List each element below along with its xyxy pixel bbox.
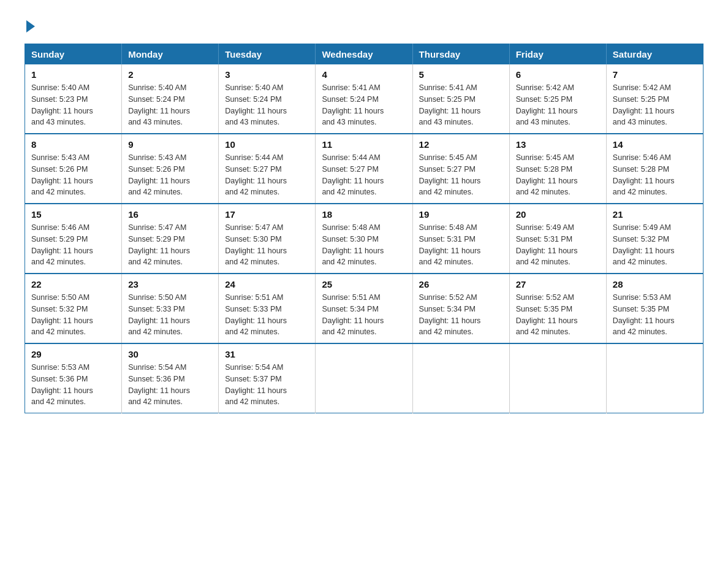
day-info: Sunrise: 5:42 AM Sunset: 5:25 PM Dayligh… [613,82,697,128]
day-number: 2 [128,69,212,80]
calendar-cell: 26 Sunrise: 5:52 AM Sunset: 5:34 PM Dayl… [412,274,509,343]
header-thursday: Thursday [412,44,509,65]
day-info: Sunrise: 5:47 AM Sunset: 5:29 PM Dayligh… [128,222,212,268]
week-row-1: 1 Sunrise: 5:40 AM Sunset: 5:23 PM Dayli… [25,64,703,134]
week-row-4: 22 Sunrise: 5:50 AM Sunset: 5:32 PM Dayl… [25,274,703,343]
week-row-2: 8 Sunrise: 5:43 AM Sunset: 5:26 PM Dayli… [25,134,703,204]
day-number: 18 [322,209,406,220]
calendar-cell: 21 Sunrise: 5:49 AM Sunset: 5:32 PM Dayl… [606,204,703,274]
logo-arrow-icon [26,20,35,33]
calendar-cell: 12 Sunrise: 5:45 AM Sunset: 5:27 PM Dayl… [412,134,509,204]
calendar-cell: 15 Sunrise: 5:46 AM Sunset: 5:29 PM Dayl… [25,204,122,274]
day-number: 29 [31,349,115,359]
day-number: 5 [419,69,503,80]
week-row-3: 15 Sunrise: 5:46 AM Sunset: 5:29 PM Dayl… [25,204,703,274]
day-info: Sunrise: 5:53 AM Sunset: 5:36 PM Dayligh… [31,362,115,408]
calendar-table: SundayMondayTuesdayWednesdayThursdayFrid… [25,44,703,413]
calendar-cell: 31 Sunrise: 5:54 AM Sunset: 5:37 PM Dayl… [219,343,316,413]
page-header [25,18,703,31]
calendar-cell: 11 Sunrise: 5:44 AM Sunset: 5:27 PM Dayl… [316,134,412,204]
day-info: Sunrise: 5:52 AM Sunset: 5:35 PM Dayligh… [516,292,600,338]
calendar-cell: 3 Sunrise: 5:40 AM Sunset: 5:24 PM Dayli… [219,64,316,134]
day-info: Sunrise: 5:44 AM Sunset: 5:27 PM Dayligh… [322,152,406,198]
day-number: 27 [516,279,600,289]
day-info: Sunrise: 5:42 AM Sunset: 5:25 PM Dayligh… [516,82,600,128]
calendar-cell: 8 Sunrise: 5:43 AM Sunset: 5:26 PM Dayli… [25,134,122,204]
day-info: Sunrise: 5:45 AM Sunset: 5:27 PM Dayligh… [419,152,503,198]
day-info: Sunrise: 5:47 AM Sunset: 5:30 PM Dayligh… [225,222,309,268]
header-wednesday: Wednesday [316,44,412,65]
day-number: 15 [31,209,115,220]
day-info: Sunrise: 5:41 AM Sunset: 5:25 PM Dayligh… [419,82,503,128]
day-number: 6 [516,69,600,80]
calendar-cell: 30 Sunrise: 5:54 AM Sunset: 5:36 PM Dayl… [122,343,219,413]
calendar-cell: 16 Sunrise: 5:47 AM Sunset: 5:29 PM Dayl… [122,204,219,274]
logo [25,18,35,31]
calendar-cell: 18 Sunrise: 5:48 AM Sunset: 5:30 PM Dayl… [316,204,412,274]
day-info: Sunrise: 5:40 AM Sunset: 5:24 PM Dayligh… [225,82,309,128]
calendar-cell: 2 Sunrise: 5:40 AM Sunset: 5:24 PM Dayli… [122,64,219,134]
calendar-cell [509,343,606,413]
day-info: Sunrise: 5:53 AM Sunset: 5:35 PM Dayligh… [613,292,697,338]
header-monday: Monday [122,44,219,65]
day-info: Sunrise: 5:51 AM Sunset: 5:33 PM Dayligh… [225,292,309,338]
day-number: 3 [225,69,309,80]
day-info: Sunrise: 5:51 AM Sunset: 5:34 PM Dayligh… [322,292,406,338]
day-number: 8 [31,139,115,150]
day-info: Sunrise: 5:50 AM Sunset: 5:33 PM Dayligh… [128,292,212,338]
day-info: Sunrise: 5:45 AM Sunset: 5:28 PM Dayligh… [516,152,600,198]
header-tuesday: Tuesday [219,44,316,65]
calendar-cell: 22 Sunrise: 5:50 AM Sunset: 5:32 PM Dayl… [25,274,122,343]
day-number: 21 [613,209,697,220]
calendar-cell: 7 Sunrise: 5:42 AM Sunset: 5:25 PM Dayli… [606,64,703,134]
calendar-cell: 17 Sunrise: 5:47 AM Sunset: 5:30 PM Dayl… [219,204,316,274]
day-info: Sunrise: 5:50 AM Sunset: 5:32 PM Dayligh… [31,292,115,338]
calendar-cell [412,343,509,413]
day-number: 1 [31,69,115,80]
calendar-cell: 19 Sunrise: 5:48 AM Sunset: 5:31 PM Dayl… [412,204,509,274]
day-number: 11 [322,139,406,150]
day-info: Sunrise: 5:46 AM Sunset: 5:28 PM Dayligh… [613,152,697,198]
calendar-cell: 10 Sunrise: 5:44 AM Sunset: 5:27 PM Dayl… [219,134,316,204]
calendar-cell: 24 Sunrise: 5:51 AM Sunset: 5:33 PM Dayl… [219,274,316,343]
day-info: Sunrise: 5:48 AM Sunset: 5:31 PM Dayligh… [419,222,503,268]
day-info: Sunrise: 5:40 AM Sunset: 5:23 PM Dayligh… [31,82,115,128]
day-info: Sunrise: 5:49 AM Sunset: 5:32 PM Dayligh… [613,222,697,268]
day-info: Sunrise: 5:48 AM Sunset: 5:30 PM Dayligh… [322,222,406,268]
day-number: 24 [225,279,309,289]
day-number: 19 [419,209,503,220]
day-number: 23 [128,279,212,289]
calendar-cell: 9 Sunrise: 5:43 AM Sunset: 5:26 PM Dayli… [122,134,219,204]
day-number: 14 [613,139,697,150]
day-number: 7 [613,69,697,80]
calendar-cell: 20 Sunrise: 5:49 AM Sunset: 5:31 PM Dayl… [509,204,606,274]
calendar-cell: 29 Sunrise: 5:53 AM Sunset: 5:36 PM Dayl… [25,343,122,413]
header-friday: Friday [509,44,606,65]
day-info: Sunrise: 5:54 AM Sunset: 5:37 PM Dayligh… [225,362,309,408]
day-info: Sunrise: 5:43 AM Sunset: 5:26 PM Dayligh… [31,152,115,198]
day-number: 22 [31,279,115,289]
calendar-cell: 4 Sunrise: 5:41 AM Sunset: 5:24 PM Dayli… [316,64,412,134]
day-number: 10 [225,139,309,150]
calendar-cell: 13 Sunrise: 5:45 AM Sunset: 5:28 PM Dayl… [509,134,606,204]
day-number: 13 [516,139,600,150]
calendar-cell [606,343,703,413]
day-info: Sunrise: 5:41 AM Sunset: 5:24 PM Dayligh… [322,82,406,128]
day-number: 4 [322,69,406,80]
week-row-5: 29 Sunrise: 5:53 AM Sunset: 5:36 PM Dayl… [25,343,703,413]
day-info: Sunrise: 5:52 AM Sunset: 5:34 PM Dayligh… [419,292,503,338]
calendar-cell: 14 Sunrise: 5:46 AM Sunset: 5:28 PM Dayl… [606,134,703,204]
calendar-cell: 23 Sunrise: 5:50 AM Sunset: 5:33 PM Dayl… [122,274,219,343]
header-saturday: Saturday [606,44,703,65]
calendar-cell: 28 Sunrise: 5:53 AM Sunset: 5:35 PM Dayl… [606,274,703,343]
day-number: 25 [322,279,406,289]
calendar-cell: 6 Sunrise: 5:42 AM Sunset: 5:25 PM Dayli… [509,64,606,134]
day-info: Sunrise: 5:49 AM Sunset: 5:31 PM Dayligh… [516,222,600,268]
calendar-header-row: SundayMondayTuesdayWednesdayThursdayFrid… [25,44,703,65]
calendar-cell: 25 Sunrise: 5:51 AM Sunset: 5:34 PM Dayl… [316,274,412,343]
day-number: 16 [128,209,212,220]
calendar-cell: 27 Sunrise: 5:52 AM Sunset: 5:35 PM Dayl… [509,274,606,343]
day-number: 9 [128,139,212,150]
day-number: 26 [419,279,503,289]
day-info: Sunrise: 5:43 AM Sunset: 5:26 PM Dayligh… [128,152,212,198]
